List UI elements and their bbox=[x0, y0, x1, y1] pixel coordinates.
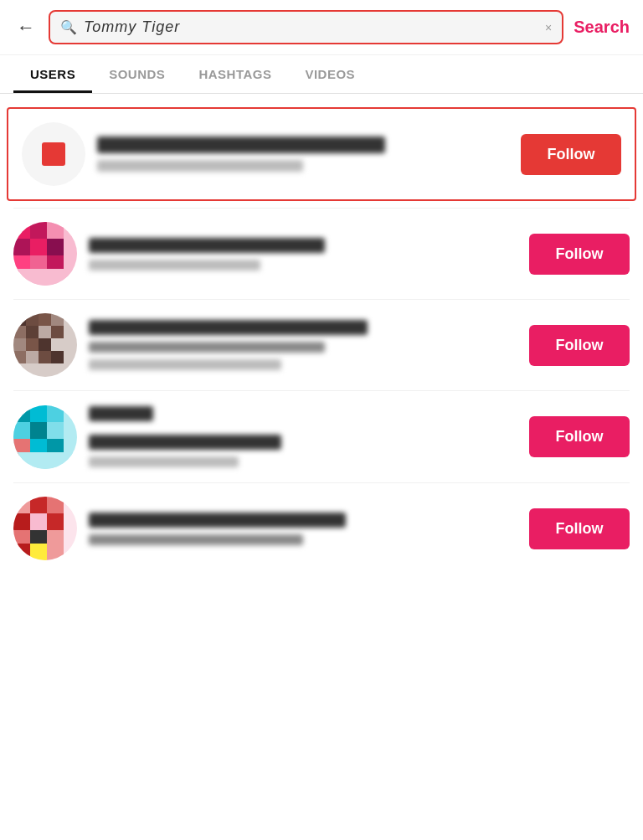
svg-rect-52 bbox=[47, 544, 64, 560]
list-item: Follow bbox=[0, 209, 643, 299]
svg-rect-35 bbox=[47, 422, 64, 439]
svg-rect-28 bbox=[51, 351, 64, 363]
search-icon: 🔍 bbox=[60, 19, 77, 35]
username-bar bbox=[97, 137, 385, 153]
tab-hashtags[interactable]: HASHTAGS bbox=[182, 55, 288, 93]
search-input[interactable] bbox=[84, 18, 538, 36]
list-item: Follow bbox=[0, 391, 643, 482]
list-item: Follow bbox=[7, 107, 636, 201]
svg-rect-32 bbox=[47, 405, 64, 422]
username-bar-1 bbox=[89, 406, 153, 421]
user-info bbox=[89, 405, 517, 469]
svg-rect-41 bbox=[13, 497, 30, 513]
svg-rect-30 bbox=[13, 405, 30, 422]
user-detail-bar bbox=[89, 456, 239, 467]
svg-rect-3 bbox=[47, 222, 64, 239]
svg-rect-51 bbox=[30, 544, 47, 560]
header: ← 🔍 × Search bbox=[0, 0, 643, 55]
user-detail-bar bbox=[89, 342, 325, 353]
back-button[interactable]: ← bbox=[13, 13, 39, 42]
svg-rect-43 bbox=[47, 497, 64, 513]
user-info bbox=[89, 318, 517, 372]
svg-rect-23 bbox=[39, 338, 51, 351]
svg-rect-4 bbox=[13, 239, 30, 255]
svg-rect-18 bbox=[26, 326, 39, 338]
svg-rect-26 bbox=[26, 351, 39, 363]
svg-rect-13 bbox=[13, 313, 26, 326]
avatar bbox=[22, 122, 85, 186]
username-bar-2 bbox=[89, 435, 281, 450]
list-item: Follow bbox=[0, 300, 643, 390]
user-info bbox=[89, 236, 517, 272]
follow-button[interactable]: Follow bbox=[529, 508, 630, 549]
svg-rect-22 bbox=[26, 338, 39, 351]
clear-icon[interactable]: × bbox=[545, 21, 552, 34]
username-bar bbox=[89, 513, 346, 528]
svg-rect-21 bbox=[13, 338, 26, 351]
follow-button[interactable]: Follow bbox=[529, 416, 630, 457]
tab-sounds[interactable]: SOUNDS bbox=[92, 55, 182, 93]
svg-rect-1 bbox=[13, 222, 30, 239]
svg-rect-44 bbox=[13, 513, 30, 530]
svg-rect-34 bbox=[30, 422, 47, 439]
tab-videos[interactable]: VIDEOS bbox=[288, 55, 372, 93]
svg-rect-24 bbox=[51, 338, 64, 351]
list-item: Follow bbox=[0, 483, 643, 574]
svg-rect-10 bbox=[13, 269, 77, 286]
svg-rect-50 bbox=[13, 544, 30, 560]
tabs-bar: USERS SOUNDS HASHTAGS VIDEOS bbox=[0, 55, 643, 94]
user-extra-bar bbox=[89, 359, 281, 370]
svg-rect-16 bbox=[51, 313, 64, 326]
svg-rect-42 bbox=[30, 497, 47, 513]
avatar bbox=[13, 497, 77, 560]
tab-users[interactable]: USERS bbox=[13, 55, 92, 93]
search-box: 🔍 × bbox=[49, 10, 563, 44]
svg-rect-6 bbox=[47, 239, 64, 255]
svg-rect-39 bbox=[13, 452, 77, 469]
username-bar bbox=[89, 238, 325, 253]
follow-button[interactable]: Follow bbox=[529, 234, 630, 275]
svg-rect-2 bbox=[30, 222, 47, 239]
svg-rect-20 bbox=[51, 326, 64, 338]
follow-button[interactable]: Follow bbox=[521, 134, 621, 175]
svg-rect-14 bbox=[26, 313, 39, 326]
user-info bbox=[97, 135, 509, 173]
svg-rect-19 bbox=[39, 326, 51, 338]
svg-rect-5 bbox=[30, 239, 47, 255]
follow-button[interactable]: Follow bbox=[529, 325, 630, 366]
user-detail-bar bbox=[89, 260, 260, 271]
user-detail-bar bbox=[89, 534, 303, 545]
user-detail-bar bbox=[97, 160, 303, 172]
svg-rect-15 bbox=[39, 313, 51, 326]
svg-rect-33 bbox=[13, 422, 30, 439]
search-button[interactable]: Search bbox=[574, 18, 630, 37]
avatar bbox=[13, 222, 77, 286]
avatar bbox=[13, 405, 77, 469]
avatar bbox=[13, 313, 77, 377]
user-info bbox=[89, 511, 517, 547]
svg-rect-17 bbox=[13, 326, 26, 338]
svg-rect-45 bbox=[30, 513, 47, 530]
username-bar bbox=[89, 320, 368, 335]
svg-rect-46 bbox=[47, 513, 64, 530]
svg-rect-31 bbox=[30, 405, 47, 422]
avatar-icon bbox=[42, 142, 65, 166]
svg-rect-27 bbox=[39, 351, 51, 363]
svg-rect-25 bbox=[13, 351, 26, 363]
user-list: Follow Follow bbox=[0, 94, 643, 580]
